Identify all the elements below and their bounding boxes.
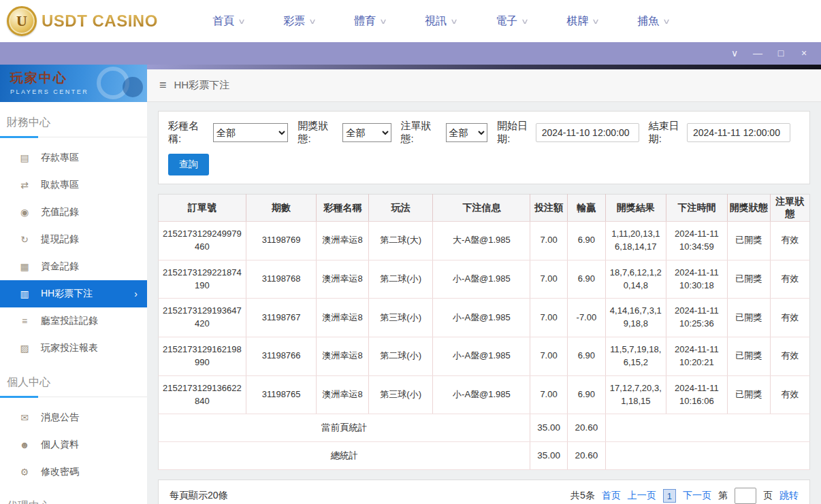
sidebar-item[interactable]: ☻ 個人資料 › bbox=[0, 431, 147, 458]
close-icon[interactable]: × bbox=[792, 42, 816, 65]
sidebar-menu: 財務中心 ▤ 存款專區 › ⇄ 取款專區 › ◉ 充值記錄 › ↻ 提現記錄 ›… bbox=[0, 110, 147, 504]
nav-item[interactable]: 視訊 ∨ bbox=[406, 14, 477, 29]
sidebar-item[interactable]: ▥ HH彩票下注 › bbox=[0, 280, 147, 307]
filter-lottery-name: 彩種名稱: 全部 bbox=[168, 120, 288, 146]
cell-period: 31198768 bbox=[246, 260, 317, 299]
nav-item-label: 彩票 bbox=[283, 14, 305, 29]
sidebar-item[interactable]: ↻ 提現記錄 › bbox=[0, 226, 147, 253]
draw-status-select[interactable]: 全部 bbox=[342, 123, 391, 142]
nav-item[interactable]: 體育 ∨ bbox=[335, 14, 406, 29]
sidebar-item-label: 充值記錄 bbox=[41, 206, 79, 218]
sidebar-item[interactable]: ⚙ 修改密碼 › bbox=[0, 458, 147, 486]
sidebar-item-label: 存款專區 bbox=[41, 152, 79, 164]
sidebar-item[interactable]: ≡ 廳室投註記錄 › bbox=[0, 307, 147, 335]
sidebar-item[interactable]: ▤ 存款專區 › bbox=[0, 144, 147, 171]
cell-bet-amount: 7.00 bbox=[530, 337, 567, 376]
filter-order-status-label: 注單狀態: bbox=[401, 120, 442, 146]
sidebar-header: 玩家中心 PLAYERS CENTER bbox=[0, 65, 147, 102]
cell-result: 4,14,16,7,3,19,18,8 bbox=[606, 299, 666, 337]
cell-bet-info: 小-A盤@1.985 bbox=[433, 337, 530, 376]
sidebar-item[interactable]: ◉ 充值記錄 › bbox=[0, 199, 147, 226]
col-header-bet-time: 下注時間 bbox=[666, 195, 728, 222]
col-header-play-type: 玩法 bbox=[368, 195, 433, 222]
nav-item[interactable]: 首頁 ∨ bbox=[193, 14, 264, 29]
sidebar-item-label: 廳室投註記錄 bbox=[41, 315, 98, 327]
sidebar-item[interactable]: ▦ 資金記錄 › bbox=[0, 253, 147, 280]
first-page-link[interactable]: 首页 bbox=[602, 490, 621, 502]
filter-draw-status-label: 開獎狀態: bbox=[297, 120, 338, 146]
sidebar-section-label[interactable]: 財務中心 bbox=[0, 110, 147, 137]
gear-icon: ⚙ bbox=[18, 467, 31, 477]
end-date-input[interactable] bbox=[687, 123, 790, 142]
site-logo[interactable]: U USDT CASINO bbox=[7, 6, 158, 36]
cell-bet-amount: 7.00 bbox=[530, 375, 567, 414]
breadcrumb: ≡ HH彩票下注 bbox=[147, 69, 821, 102]
nav-item-label: 捕魚 bbox=[637, 14, 659, 29]
cell-order-no: 2152173129221874190 bbox=[159, 260, 246, 299]
player-report-icon: ▨ bbox=[18, 343, 31, 354]
hamburger-menu-icon[interactable]: ≡ bbox=[159, 78, 167, 93]
app-body: 玩家中心 PLAYERS CENTER 財務中心 ▤ 存款專區 › ⇄ 取款專區… bbox=[0, 65, 821, 504]
bets-table: 訂單號期數彩種名稱玩法下注信息投注額輸贏開獎結果下注時間開獎狀態注單狀態 215… bbox=[158, 194, 810, 470]
cell-bet-info: 小-A盤@1.985 bbox=[433, 299, 530, 337]
cell-bet-amount: 7.00 bbox=[530, 222, 567, 261]
jump-button[interactable]: 跳转 bbox=[779, 490, 799, 502]
sidebar-item[interactable]: ⇄ 取款專區 › bbox=[0, 171, 147, 199]
summary-win-loss: 20.60 bbox=[567, 442, 605, 470]
sidebar-section-label[interactable]: 個人中心 bbox=[0, 370, 147, 397]
sidebar-item-label: 玩家投注報表 bbox=[41, 342, 98, 354]
minimize-icon[interactable]: — bbox=[746, 42, 769, 65]
total-count-text: 共5条 bbox=[570, 490, 595, 502]
cell-bet-amount: 7.00 bbox=[530, 260, 567, 299]
start-date-input[interactable] bbox=[536, 123, 639, 142]
sidebar-item-label: HH彩票下注 bbox=[41, 288, 93, 300]
cell-result: 17,12,7,20,3,1,18,15 bbox=[606, 375, 666, 414]
cell-win-loss: 6.90 bbox=[567, 337, 605, 376]
lottery-name-select[interactable]: 全部 bbox=[213, 123, 288, 142]
cell-period: 31198767 bbox=[246, 299, 317, 337]
table-row: 215217312916219899031198766澳洲幸运8第二球(小)小-… bbox=[159, 337, 810, 376]
summary-row: 總統計35.0020.60 bbox=[159, 442, 810, 470]
chevron-down-icon: ∨ bbox=[308, 17, 317, 26]
cell-draw-status: 已開獎 bbox=[728, 299, 770, 337]
sidebar-section-label[interactable]: 代理中心 bbox=[0, 494, 147, 504]
filter-order-status: 注單狀態: 全部 bbox=[401, 120, 488, 146]
sidebar-section-items: ▤ 存款專區 › ⇄ 取款專區 › ◉ 充值記錄 › ↻ 提現記錄 › ▦ 資金… bbox=[0, 137, 147, 362]
nav-item[interactable]: 捕魚 ∨ bbox=[618, 14, 689, 29]
jump-page-input[interactable] bbox=[735, 488, 756, 504]
order-status-select[interactable]: 全部 bbox=[446, 123, 488, 142]
logo-coin-icon: U bbox=[7, 6, 37, 36]
current-page-button[interactable]: 1 bbox=[663, 489, 676, 503]
filter-start-date-label: 開始日期: bbox=[497, 120, 531, 146]
prev-page-link[interactable]: 上一页 bbox=[628, 490, 656, 502]
deposit-icon: ▤ bbox=[18, 152, 31, 163]
pagination-bar: 每頁顯示20條 共5条 首页 上一页 1 下一页 第 页 跳转 bbox=[158, 480, 810, 504]
summary-bet-amount: 35.00 bbox=[530, 414, 567, 442]
chevron-down-icon[interactable]: ∨ bbox=[723, 42, 746, 65]
sidebar-item-label: 取款專區 bbox=[41, 179, 79, 191]
summary-label: 當前頁統計 bbox=[159, 414, 530, 442]
maximize-icon[interactable]: □ bbox=[769, 42, 792, 65]
cell-period: 31198769 bbox=[246, 222, 317, 261]
summary-empty bbox=[606, 414, 810, 442]
funds-record-icon: ▦ bbox=[18, 261, 31, 272]
person-icon: ☻ bbox=[18, 439, 31, 450]
next-page-link[interactable]: 下一页 bbox=[683, 490, 711, 502]
cell-bet-time: 2024-11-11 10:25:36 bbox=[666, 299, 728, 337]
cell-order-no: 2152173129162198990 bbox=[159, 337, 246, 376]
nav-item[interactable]: 電子 ∨ bbox=[477, 14, 547, 29]
sidebar-item-label: 個人資料 bbox=[41, 439, 79, 451]
sidebar-item[interactable]: ▨ 玩家投注報表 › bbox=[0, 335, 147, 362]
sidebar-item[interactable]: ✉ 消息公告 › bbox=[0, 404, 147, 431]
search-button[interactable]: 查詢 bbox=[168, 154, 209, 175]
chevron-down-icon: ∨ bbox=[592, 17, 600, 26]
page-size-text: 每頁顯示20條 bbox=[170, 490, 228, 502]
cell-win-loss: 6.90 bbox=[567, 375, 605, 414]
nav-item[interactable]: 棋牌 ∨ bbox=[547, 14, 618, 29]
nav-item[interactable]: 彩票 ∨ bbox=[264, 14, 335, 29]
sidebar-section: 個人中心 ✉ 消息公告 › ☻ 個人資料 › ⚙ 修改密碼 › bbox=[0, 370, 147, 486]
cell-bet-time: 2024-11-11 10:16:06 bbox=[666, 375, 728, 414]
table-row: 215217312913662284031198765澳洲幸运8第三球(小)小-… bbox=[159, 375, 810, 414]
table-row: 215217312924997946031198769澳洲幸运8第二球(大)大-… bbox=[159, 222, 810, 261]
sidebar-item-label: 消息公告 bbox=[41, 411, 79, 424]
